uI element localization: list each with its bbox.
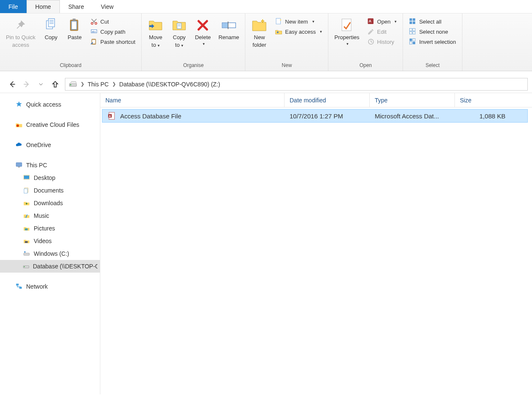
column-name[interactable]: Name ˄ — [100, 93, 284, 107]
pin-label-2: access — [12, 42, 29, 48]
column-date[interactable]: Date modified — [284, 93, 369, 107]
group-select: Select all Select none Invert selection … — [403, 13, 462, 71]
group-organise: Move to▾ Copy to▾ Delete ▾ — [142, 13, 245, 71]
svg-rect-4 — [49, 23, 54, 24]
svg-rect-54 — [24, 253, 29, 255]
rename-label: Rename — [218, 35, 239, 40]
nav-quick-access[interactable]: Quick access — [0, 98, 100, 111]
paste-button[interactable]: Paste — [64, 16, 85, 42]
svg-rect-33 — [413, 32, 415, 34]
select-none-icon — [409, 28, 416, 35]
column-type-label: Type — [375, 97, 387, 104]
up-button[interactable] — [51, 80, 60, 89]
nav-creative-cloud[interactable]: Creative Cloud Files — [0, 118, 100, 131]
easy-access-button[interactable]: Easy access ▾ — [273, 27, 324, 36]
back-button[interactable] — [8, 80, 17, 89]
file-row[interactable]: A Access Database File 10/7/2016 1:27 PM… — [102, 109, 528, 123]
properties-button[interactable]: Properties ▾ — [332, 16, 362, 48]
svg-rect-48 — [24, 189, 27, 193]
edit-button[interactable]: Edit — [365, 27, 388, 36]
forward-button[interactable] — [22, 80, 31, 89]
file-list: Name ˄ Date modified Type Size A Access … — [100, 93, 532, 394]
invert-selection-button[interactable]: Invert selection — [407, 37, 457, 46]
breadcrumb-root[interactable]: This PC — [88, 81, 109, 88]
svg-rect-58 — [16, 284, 19, 286]
column-name-label: Name — [105, 97, 121, 104]
new-folder-button[interactable]: New folder — [249, 16, 270, 50]
nav-network[interactable]: Network — [0, 280, 100, 293]
column-size-label: Size — [460, 97, 471, 104]
svg-rect-35 — [413, 39, 415, 41]
creative-cloud-icon — [15, 121, 23, 129]
copy-label: Copy — [45, 35, 57, 40]
open-label: Open — [377, 19, 391, 25]
pin-to-quick-access-button[interactable]: Pin to Quick access — [3, 16, 38, 50]
nav-downloads[interactable]: Downloads — [0, 197, 100, 209]
column-type[interactable]: Type — [369, 93, 454, 107]
recent-locations-button[interactable] — [36, 80, 46, 89]
onedrive-icon — [15, 141, 23, 149]
nav-onedrive[interactable]: OneDrive — [0, 139, 100, 151]
nav-documents[interactable]: Documents — [0, 184, 100, 197]
nav-music[interactable]: Music — [0, 209, 100, 222]
nav-this-pc[interactable]: This PC — [0, 159, 100, 171]
open-button[interactable]: A Open ▾ — [365, 17, 399, 26]
svg-rect-37 — [413, 42, 415, 44]
tab-share[interactable]: Share — [60, 0, 92, 13]
svg-rect-50 — [25, 228, 28, 230]
group-clipboard: Pin to Quick access Copy Paste — [0, 13, 142, 71]
new-item-button[interactable]: New item ▾ — [273, 17, 316, 26]
delete-button[interactable]: Delete ▾ — [192, 16, 213, 48]
easy-access-label: Easy access — [285, 29, 316, 35]
svg-text:abc: abc — [92, 30, 96, 33]
cut-button[interactable]: Cut — [89, 17, 110, 26]
invert-selection-label: Invert selection — [419, 39, 456, 45]
file-date: 10/7/2016 1:27 PM — [285, 112, 370, 120]
tab-file[interactable]: File — [0, 0, 27, 13]
chevron-down-icon: ▾ — [318, 29, 322, 34]
paste-shortcut-button[interactable]: Paste shortcut — [89, 37, 137, 46]
column-size[interactable]: Size — [454, 93, 510, 107]
chevron-right-icon[interactable]: ❯ — [112, 81, 116, 87]
svg-rect-7 — [73, 19, 75, 21]
select-all-icon — [409, 18, 416, 25]
nav-z-drive[interactable]: Database (\\DESKTOP-QV6C890) (Z:) — [0, 260, 100, 273]
rename-button[interactable]: Rename — [216, 16, 242, 42]
copy-path-button[interactable]: abc Copy path — [89, 27, 127, 36]
nav-documents-label: Documents — [34, 187, 64, 194]
nav-c-drive[interactable]: Windows (C:) — [0, 247, 100, 260]
tab-view[interactable]: View — [92, 0, 122, 13]
chevron-down-icon: ▾ — [393, 19, 397, 24]
chevron-right-icon[interactable]: ❯ — [81, 81, 84, 87]
copy-to-icon — [172, 18, 187, 33]
select-none-button[interactable]: Select none — [407, 27, 450, 36]
select-all-button[interactable]: Select all — [407, 17, 443, 26]
copyto-label-2: to▾ — [175, 42, 183, 48]
breadcrumb-current[interactable]: Database (\\DESKTOP-QV6C890) (Z:) — [119, 81, 220, 88]
copy-path-icon: abc — [90, 28, 98, 35]
svg-rect-32 — [410, 32, 412, 34]
move-to-button[interactable]: Move to▾ — [145, 16, 166, 50]
nav-pictures[interactable]: Pictures — [0, 222, 100, 235]
tab-home[interactable]: Home — [27, 0, 60, 13]
nav-desktop[interactable]: Desktop — [0, 171, 100, 184]
navigation-pane: Quick access Creative Cloud Files OneDri… — [0, 93, 100, 394]
drive-icon — [69, 80, 77, 88]
delete-x-icon — [195, 18, 210, 33]
history-label: History — [377, 39, 394, 45]
paste-label: Paste — [67, 35, 81, 40]
delete-label: Delete — [195, 35, 211, 40]
downloads-icon — [23, 199, 30, 207]
copy-to-button[interactable]: Copy to▾ — [169, 16, 190, 50]
svg-rect-26 — [410, 19, 412, 21]
network-icon — [15, 283, 23, 290]
videos-icon — [23, 237, 30, 245]
svg-rect-28 — [410, 21, 412, 24]
history-button[interactable]: History — [365, 37, 396, 46]
nav-videos[interactable]: Videos — [0, 235, 100, 247]
sort-ascending-icon: ˄ — [191, 93, 193, 96]
properties-icon — [339, 18, 355, 33]
svg-rect-6 — [72, 21, 77, 29]
address-bar[interactable]: ❯ This PC ❯ Database (\\DESKTOP-QV6C890)… — [65, 78, 528, 91]
copy-button[interactable]: Copy — [40, 16, 62, 42]
